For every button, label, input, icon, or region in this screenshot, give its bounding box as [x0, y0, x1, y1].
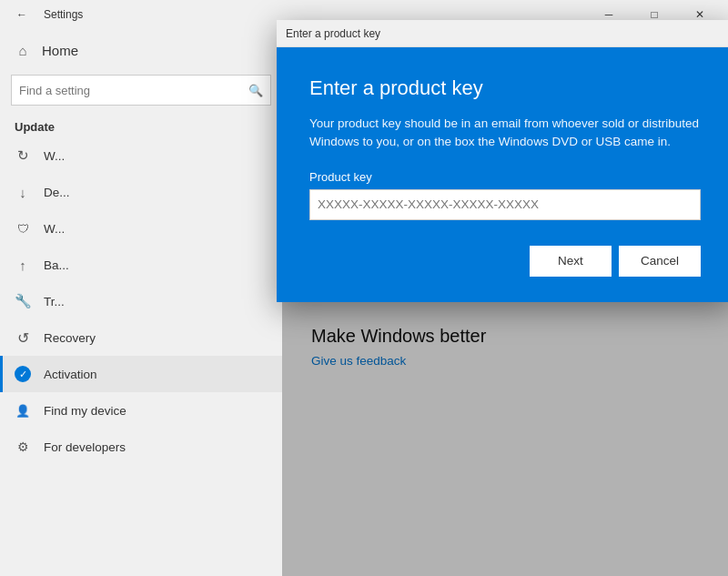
app-container: ⌂ Home 🔍 Update ↻ W... ↓ De... 🛡 W... ↑ …: [0, 29, 728, 576]
developers-icon: ⚙: [15, 439, 31, 455]
next-button[interactable]: Next: [530, 246, 612, 277]
sidebar-item-label: Find my device: [44, 404, 126, 418]
sidebar-item-delivery[interactable]: ↓ De...: [0, 174, 282, 210]
search-box[interactable]: 🔍: [11, 75, 271, 106]
home-icon: ⌂: [15, 42, 31, 58]
update-icon: ↻: [15, 147, 31, 164]
cancel-button[interactable]: Cancel: [619, 246, 701, 277]
sidebar-item-windows-defender[interactable]: 🛡 W...: [0, 210, 282, 247]
sidebar-item-label: Ba...: [44, 258, 69, 272]
sidebar-item-label: W...: [44, 149, 65, 163]
home-label: Home: [42, 43, 78, 58]
product-key-input-wrapper[interactable]: [309, 189, 701, 220]
sidebar-item-recovery[interactable]: ↺ Recovery: [0, 319, 282, 356]
find-device-icon: 👤: [15, 402, 31, 419]
sidebar-section-label: Update: [0, 113, 282, 137]
title-bar-left: ← Settings: [7, 0, 83, 29]
sidebar-item-backup[interactable]: ↑ Ba...: [0, 247, 282, 283]
troubleshoot-icon: 🔧: [15, 293, 31, 309]
activation-icon: ✓: [15, 366, 31, 382]
search-input[interactable]: [19, 84, 248, 97]
back-button[interactable]: ←: [7, 0, 36, 29]
product-key-input[interactable]: [318, 197, 693, 211]
back-arrow-icon: ←: [16, 8, 27, 21]
dialog-description: Your product key should be in an email f…: [309, 115, 701, 152]
sidebar-item-windows-update[interactable]: ↻ W...: [0, 137, 282, 174]
content-area: Activation 🏪 Go to the Store Make Window…: [282, 29, 728, 576]
delivery-icon: ↓: [15, 184, 31, 200]
modal-overlay: Enter a product key Enter a product key …: [282, 29, 728, 576]
dialog-body: Enter a product key Your product key sho…: [277, 47, 728, 302]
recovery-icon: ↺: [15, 329, 31, 346]
dialog-title-bar: Enter a product key: [277, 20, 728, 47]
sidebar-item-find-my-device[interactable]: 👤 Find my device: [0, 392, 282, 429]
sidebar-item-label: W...: [44, 222, 65, 236]
sidebar-item-label: Activation: [44, 368, 97, 381]
dialog-title-text: Enter a product key: [286, 27, 380, 40]
sidebar-item-label: For developers: [44, 440, 126, 454]
sidebar-item-for-developers[interactable]: ⚙ For developers: [0, 429, 282, 465]
product-key-dialog: Enter a product key Enter a product key …: [277, 20, 728, 302]
backup-icon: ↑: [15, 257, 31, 273]
dialog-heading: Enter a product key: [309, 76, 701, 100]
sidebar-item-label: Recovery: [44, 331, 96, 345]
search-icon: 🔍: [248, 84, 263, 97]
product-key-label: Product key: [309, 170, 701, 184]
dialog-buttons: Next Cancel: [309, 246, 701, 277]
sidebar-item-label: De...: [44, 186, 70, 199]
sidebar-item-troubleshoot[interactable]: 🔧 Tr...: [0, 283, 282, 319]
defender-icon: 🛡: [15, 220, 31, 237]
sidebar: ⌂ Home 🔍 Update ↻ W... ↓ De... 🛡 W... ↑ …: [0, 29, 282, 576]
sidebar-item-activation[interactable]: ✓ Activation: [0, 356, 282, 392]
window-title: Settings: [44, 8, 83, 21]
sidebar-item-label: Tr...: [44, 295, 65, 308]
sidebar-item-home[interactable]: ⌂ Home: [0, 29, 282, 71]
